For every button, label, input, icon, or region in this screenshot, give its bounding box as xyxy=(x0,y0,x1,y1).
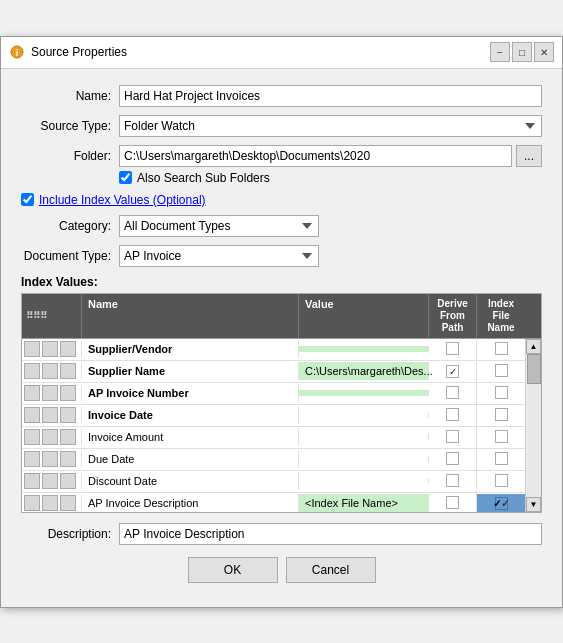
row-value-cell xyxy=(299,412,429,418)
row-icon-cell[interactable] xyxy=(24,429,40,445)
document-type-select[interactable]: AP Invoice xyxy=(119,245,319,267)
ok-button[interactable]: OK xyxy=(188,557,278,583)
table-row[interactable]: Discount Date xyxy=(22,471,525,493)
window-title: Source Properties xyxy=(31,45,127,59)
name-input[interactable] xyxy=(119,85,542,107)
row-index-cell[interactable] xyxy=(477,427,525,448)
row-icons xyxy=(22,363,82,379)
row-index-cell[interactable] xyxy=(477,449,525,470)
include-index-label[interactable]: Include Index Values (Optional) xyxy=(39,193,206,207)
row-derive-cell[interactable] xyxy=(429,449,477,470)
derive-checkbox[interactable] xyxy=(446,430,459,443)
row-index-cell[interactable] xyxy=(477,471,525,492)
index-file-checkbox[interactable] xyxy=(495,474,508,487)
row-derive-cell[interactable] xyxy=(429,427,477,448)
title-bar-left: i Source Properties xyxy=(9,44,127,60)
derive-checkbox[interactable] xyxy=(446,408,459,421)
row-value-cell: <Index File Name> xyxy=(299,494,429,512)
scroll-down-button[interactable]: ▼ xyxy=(526,497,541,512)
folder-row: Folder: ... xyxy=(21,145,542,167)
index-values-table: ⠿⠿⠿ Name Value Derive From Path Index Fi… xyxy=(21,293,542,513)
row-derive-cell[interactable] xyxy=(429,362,477,381)
row-icon-cell[interactable] xyxy=(42,495,58,511)
cancel-button[interactable]: Cancel xyxy=(286,557,376,583)
row-index-cell[interactable] xyxy=(477,405,525,426)
scroll-track[interactable] xyxy=(527,354,541,497)
table-row[interactable]: Due Date xyxy=(22,449,525,471)
scroll-up-button[interactable]: ▲ xyxy=(526,339,541,354)
row-index-cell[interactable] xyxy=(477,339,525,360)
row-derive-cell[interactable] xyxy=(429,405,477,426)
row-derive-cell[interactable] xyxy=(429,493,477,512)
row-icon-cell[interactable] xyxy=(42,473,58,489)
table-row[interactable]: Supplier/Vendor xyxy=(22,339,525,361)
index-file-checkbox[interactable] xyxy=(495,408,508,421)
row-icon-cell[interactable] xyxy=(42,341,58,357)
row-icon-cell[interactable] xyxy=(24,341,40,357)
include-index-checkbox[interactable] xyxy=(21,193,34,206)
also-search-checkbox[interactable] xyxy=(119,171,132,184)
maximize-button[interactable]: □ xyxy=(512,42,532,62)
row-derive-cell[interactable] xyxy=(429,471,477,492)
index-file-checkbox[interactable] xyxy=(495,386,508,399)
description-input[interactable] xyxy=(119,523,542,545)
derive-checkbox[interactable] xyxy=(446,474,459,487)
row-icon-cell[interactable] xyxy=(42,407,58,423)
row-index-cell[interactable]: ✓ xyxy=(477,494,525,512)
row-icon-cell[interactable] xyxy=(24,385,40,401)
row-icon-cell[interactable] xyxy=(60,473,76,489)
index-file-checkbox[interactable] xyxy=(495,452,508,465)
row-icon-cell[interactable] xyxy=(60,341,76,357)
derive-checkbox[interactable] xyxy=(446,365,459,378)
row-name-cell: Invoice Date xyxy=(82,406,299,424)
index-file-checkbox[interactable]: ✓ xyxy=(495,497,508,510)
close-button[interactable]: ✕ xyxy=(534,42,554,62)
row-icon-cell[interactable] xyxy=(24,451,40,467)
row-icon-cell[interactable] xyxy=(24,363,40,379)
table-row[interactable]: AP Invoice Description<Index File Name>✓ xyxy=(22,493,525,512)
row-derive-cell[interactable] xyxy=(429,339,477,360)
row-index-cell[interactable] xyxy=(477,361,525,382)
row-icon-cell[interactable] xyxy=(60,385,76,401)
row-value-cell xyxy=(299,390,429,396)
table-row[interactable]: Invoice Date xyxy=(22,405,525,427)
derive-checkbox[interactable] xyxy=(446,452,459,465)
row-icon-cell[interactable] xyxy=(42,363,58,379)
row-icon-cell[interactable] xyxy=(24,495,40,511)
row-icon-cell[interactable] xyxy=(42,385,58,401)
source-type-select[interactable]: Folder Watch xyxy=(119,115,542,137)
row-value-cell xyxy=(299,434,429,440)
category-select[interactable]: All Document Types xyxy=(119,215,319,237)
table-row[interactable]: AP Invoice Number xyxy=(22,383,525,405)
row-icon-cell[interactable] xyxy=(60,363,76,379)
header-name-col: Name xyxy=(82,294,299,338)
row-icon-cell[interactable] xyxy=(60,407,76,423)
row-icon-cell[interactable] xyxy=(60,451,76,467)
folder-input[interactable] xyxy=(119,145,512,167)
browse-button[interactable]: ... xyxy=(516,145,542,167)
row-icon-cell[interactable] xyxy=(60,495,76,511)
scroll-thumb[interactable] xyxy=(527,354,541,384)
row-icon-cell[interactable] xyxy=(42,429,58,445)
index-values-label: Index Values: xyxy=(21,275,542,289)
table-row[interactable]: Supplier NameC:\Users\margareth\Des... xyxy=(22,361,525,383)
derive-checkbox[interactable] xyxy=(446,386,459,399)
row-name-cell: Supplier Name xyxy=(82,362,299,380)
row-icon-cell[interactable] xyxy=(24,473,40,489)
index-file-checkbox[interactable] xyxy=(495,430,508,443)
row-icon-cell[interactable] xyxy=(60,429,76,445)
also-search-row: Also Search Sub Folders xyxy=(119,171,542,185)
also-search-label[interactable]: Also Search Sub Folders xyxy=(137,171,270,185)
index-file-checkbox[interactable] xyxy=(495,364,508,377)
row-icon-cell[interactable] xyxy=(42,451,58,467)
index-file-checkbox[interactable] xyxy=(495,342,508,355)
row-icon-cell[interactable] xyxy=(24,407,40,423)
table-scrollbar[interactable]: ▲ ▼ xyxy=(525,339,541,512)
minimize-button[interactable]: − xyxy=(490,42,510,62)
row-derive-cell[interactable] xyxy=(429,383,477,404)
include-index-row: Include Index Values (Optional) xyxy=(21,193,542,207)
row-index-cell[interactable] xyxy=(477,383,525,404)
table-row[interactable]: Invoice Amount xyxy=(22,427,525,449)
derive-checkbox[interactable] xyxy=(446,342,459,355)
derive-checkbox[interactable] xyxy=(446,496,459,509)
